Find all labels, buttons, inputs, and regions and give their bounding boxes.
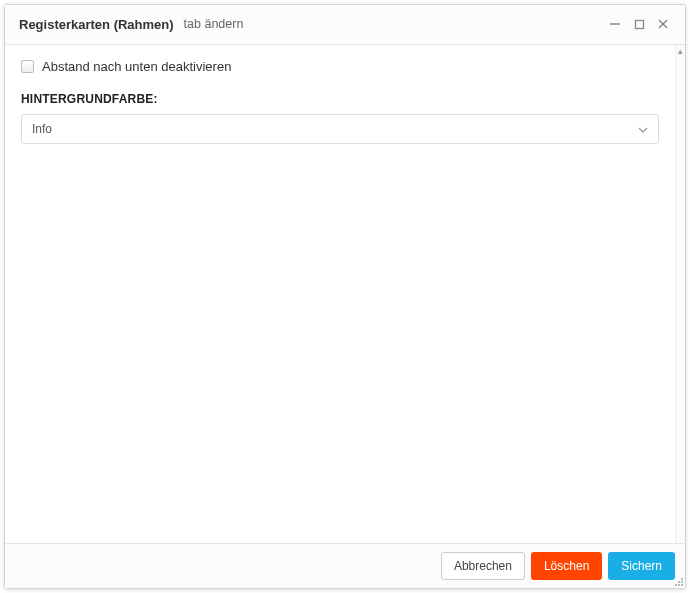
disable-bottom-spacing-checkbox[interactable] bbox=[21, 60, 34, 73]
scroll-up-icon: ▴ bbox=[678, 47, 683, 56]
content-area: Abstand nach unten deaktivieren HINTERGR… bbox=[5, 45, 685, 543]
svg-point-9 bbox=[681, 584, 683, 586]
save-button[interactable]: Sichern bbox=[608, 552, 675, 580]
delete-button[interactable]: Löschen bbox=[531, 552, 602, 580]
checkbox-label: Abstand nach unten deaktivieren bbox=[42, 59, 231, 74]
svg-point-6 bbox=[681, 581, 683, 583]
minimize-button[interactable] bbox=[605, 14, 625, 34]
cancel-button[interactable]: Abbrechen bbox=[441, 552, 525, 580]
close-icon bbox=[657, 18, 669, 30]
maximize-button[interactable] bbox=[629, 14, 649, 34]
titlebar: Registerkarten (Rahmen) tab ändern bbox=[5, 5, 685, 45]
vertical-scrollbar[interactable]: ▴ bbox=[675, 45, 685, 543]
background-color-select[interactable]: Info bbox=[21, 114, 659, 144]
background-color-label: HINTERGRUNDFARBE: bbox=[21, 92, 659, 106]
select-value: Info bbox=[32, 122, 52, 136]
svg-rect-1 bbox=[635, 20, 643, 28]
resize-grip[interactable] bbox=[672, 575, 684, 587]
dialog-window: Registerkarten (Rahmen) tab ändern Absta… bbox=[4, 4, 686, 589]
window-title: Registerkarten (Rahmen) bbox=[19, 17, 174, 32]
chevron-down-icon bbox=[638, 122, 648, 136]
svg-point-5 bbox=[678, 581, 680, 583]
maximize-icon bbox=[634, 19, 645, 30]
window-subtitle: tab ändern bbox=[184, 17, 244, 31]
close-button[interactable] bbox=[653, 14, 673, 34]
checkbox-row: Abstand nach unten deaktivieren bbox=[21, 59, 659, 74]
svg-point-4 bbox=[681, 578, 683, 580]
svg-point-7 bbox=[675, 584, 677, 586]
minimize-icon bbox=[609, 18, 621, 30]
footer: Abbrechen Löschen Sichern bbox=[5, 543, 685, 588]
svg-point-8 bbox=[678, 584, 680, 586]
content-inner: Abstand nach unten deaktivieren HINTERGR… bbox=[5, 45, 675, 543]
